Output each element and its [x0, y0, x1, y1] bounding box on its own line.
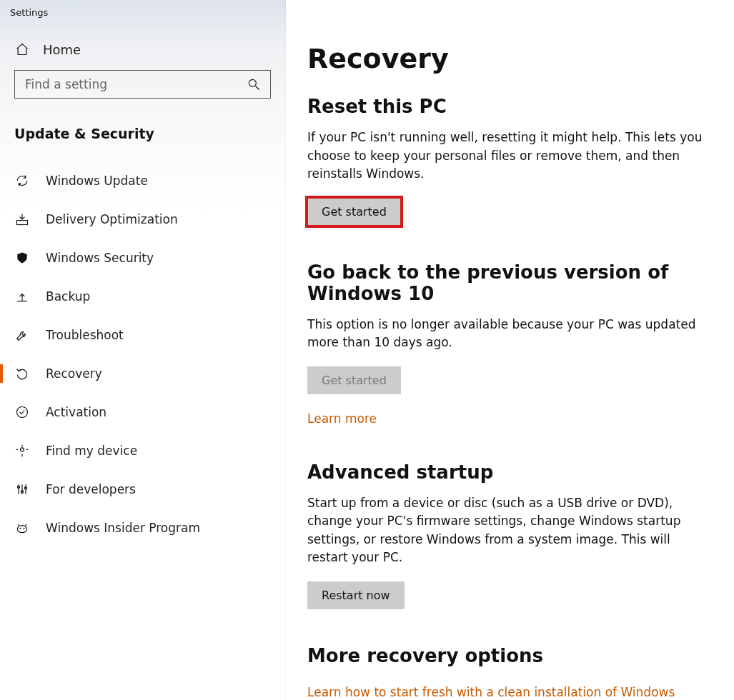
section-advanced-startup: Advanced startup Start up from a device … — [307, 461, 708, 609]
main-content: Recovery Reset this PC If your PC isn't … — [286, 0, 734, 700]
sidebar-item-windows-security[interactable]: Windows Security — [0, 239, 285, 277]
sidebar-item-label: Activation — [46, 405, 106, 419]
svg-rect-2 — [17, 221, 28, 225]
nav-home-label: Home — [43, 42, 81, 57]
location-icon — [14, 443, 30, 459]
section-more-recovery: More recovery options Learn how to start… — [307, 645, 708, 699]
svg-point-11 — [17, 526, 26, 533]
section-body: Start up from a device or disc (such as … — [307, 494, 708, 567]
section-heading: Advanced startup — [307, 461, 708, 483]
svg-point-13 — [24, 528, 25, 529]
learn-more-link[interactable]: Learn more — [307, 411, 377, 426]
section-heading: More recovery options — [307, 645, 708, 666]
sidebar-item-label: Windows Insider Program — [46, 521, 200, 535]
sidebar-item-find-my-device[interactable]: Find my device — [0, 431, 285, 470]
check-circle-icon — [14, 404, 30, 420]
download-icon — [14, 211, 30, 227]
sidebar-item-recovery[interactable]: Recovery — [0, 354, 285, 393]
search-input[interactable] — [24, 76, 246, 92]
page-title: Recovery — [307, 43, 713, 74]
search-icon — [246, 76, 262, 92]
sidebar-item-windows-update[interactable]: Windows Update — [0, 161, 285, 200]
section-heading: Go back to the previous version of Windo… — [307, 261, 708, 304]
restart-now-button[interactable]: Restart now — [307, 581, 405, 609]
sidebar-item-insider-program[interactable]: Windows Insider Program — [0, 509, 285, 547]
nav-home[interactable]: Home — [0, 30, 285, 70]
shield-icon — [14, 250, 30, 266]
svg-line-1 — [256, 86, 259, 90]
section-go-back: Go back to the previous version of Windo… — [307, 261, 708, 426]
reset-get-started-button[interactable]: Get started — [307, 198, 401, 226]
sliders-icon — [14, 481, 30, 497]
sidebar-item-delivery-optimization[interactable]: Delivery Optimization — [0, 200, 285, 239]
wrench-icon — [14, 327, 30, 343]
svg-point-4 — [21, 448, 24, 451]
search-box[interactable] — [14, 70, 271, 99]
recovery-icon — [14, 366, 30, 381]
sidebar-nav-list: Windows Update Delivery Optimization Win… — [0, 161, 285, 547]
window-title: Settings — [0, 0, 285, 30]
sidebar-item-label: For developers — [46, 482, 136, 496]
sidebar-item-label: Recovery — [46, 366, 102, 381]
goback-get-started-button: Get started — [307, 366, 401, 394]
sidebar-item-activation[interactable]: Activation — [0, 393, 285, 431]
backup-icon — [14, 289, 30, 304]
sidebar-item-label: Backup — [46, 289, 90, 304]
svg-point-3 — [17, 407, 28, 418]
sidebar-item-label: Windows Update — [46, 174, 148, 188]
start-fresh-link[interactable]: Learn how to start fresh with a clean in… — [307, 685, 675, 699]
svg-point-0 — [249, 79, 256, 86]
sidebar-item-label: Troubleshoot — [46, 328, 124, 342]
search-container — [0, 70, 285, 113]
home-icon — [14, 41, 30, 57]
sync-icon — [14, 173, 30, 189]
settings-sidebar: Settings Home Update & Security Windows … — [0, 0, 286, 700]
section-reset-this-pc: Reset this PC If your PC isn't running w… — [307, 96, 708, 226]
sidebar-item-label: Delivery Optimization — [46, 212, 178, 226]
section-heading: Reset this PC — [307, 96, 708, 117]
sidebar-item-troubleshoot[interactable]: Troubleshoot — [0, 316, 285, 354]
section-body: This option is no longer available becau… — [307, 316, 708, 352]
sidebar-item-label: Find my device — [46, 444, 137, 458]
sidebar-item-for-developers[interactable]: For developers — [0, 470, 285, 509]
svg-point-12 — [20, 528, 21, 529]
sidebar-item-backup[interactable]: Backup — [0, 277, 285, 316]
sidebar-section-title: Update & Security — [0, 113, 285, 154]
insider-icon — [14, 520, 30, 536]
section-body: If your PC isn't running well, resetting… — [307, 129, 708, 184]
sidebar-item-label: Windows Security — [46, 251, 154, 265]
